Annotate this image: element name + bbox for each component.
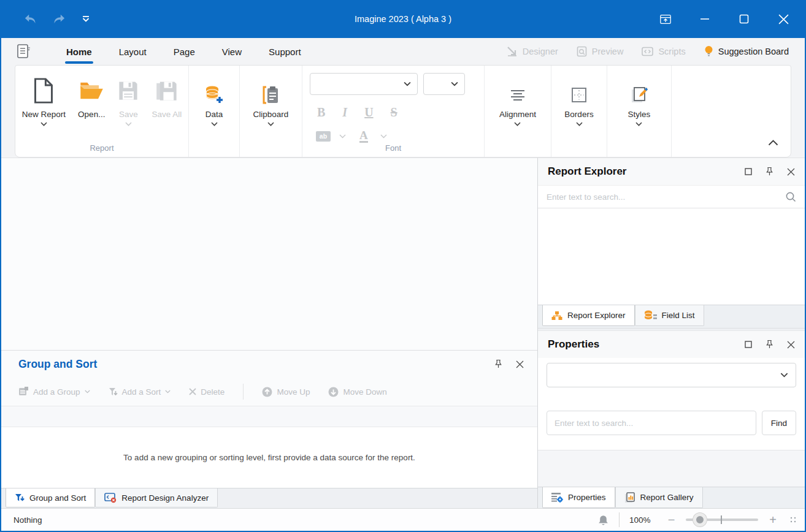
app-menu-button[interactable]	[16, 44, 31, 59]
view-mode-buttons: Designer Preview Scripts Suggestion Boar…	[507, 45, 805, 58]
chevron-down-icon	[451, 82, 458, 86]
chevron-down-icon	[40, 122, 47, 126]
group-and-sort-header: Group and Sort	[1, 351, 537, 378]
font-color-button[interactable]: A	[359, 129, 368, 143]
pin-icon[interactable]	[766, 340, 773, 349]
delete-button[interactable]: Delete	[189, 387, 225, 397]
alignment-icon	[510, 84, 526, 106]
notifications-bell-icon[interactable]	[597, 514, 609, 526]
preview-button[interactable]: Preview	[577, 46, 624, 57]
qat-customize-icon[interactable]	[82, 16, 90, 23]
resize-grip[interactable]	[790, 517, 796, 523]
tab-home[interactable]: Home	[55, 38, 103, 65]
styles-button[interactable]: Styles	[622, 83, 657, 127]
close-icon[interactable]	[516, 360, 524, 368]
tab-report-gallery[interactable]: Report Gallery	[615, 487, 703, 508]
move-down-button[interactable]: Move Down	[328, 387, 386, 397]
font-combo-row	[310, 73, 477, 95]
chevron-down-icon[interactable]	[380, 134, 387, 139]
properties-object-selector-zone	[538, 358, 805, 397]
move-up-button[interactable]: Move Up	[262, 387, 310, 397]
pin-icon[interactable]	[494, 359, 502, 369]
save-button[interactable]: Save	[111, 74, 145, 127]
properties-grid[interactable]	[538, 440, 805, 450]
zoom-in-button[interactable]: +	[767, 514, 779, 526]
find-button[interactable]: Find	[762, 411, 796, 435]
close-icon[interactable]	[787, 341, 795, 349]
preview-icon	[577, 46, 587, 57]
window-controls	[660, 13, 805, 25]
chevron-down-icon	[85, 390, 90, 393]
report-explorer-tree[interactable]	[538, 208, 805, 305]
tab-group-and-sort[interactable]: Group and Sort	[6, 488, 95, 507]
tab-report-explorer[interactable]: Report Explorer	[542, 305, 635, 326]
report-gallery-tab-icon	[624, 492, 635, 503]
designer-button[interactable]: Designer	[507, 47, 558, 56]
maximize-icon[interactable]	[739, 13, 750, 25]
ribbon-toggle-icon[interactable]	[660, 13, 671, 25]
open-button[interactable]: Open...	[72, 74, 111, 120]
suggestion-board-button[interactable]: Suggestion Board	[704, 45, 789, 58]
chevron-down-icon[interactable]	[339, 134, 346, 139]
search-input[interactable]	[547, 192, 785, 202]
tab-report-design-analyzer[interactable]: Report Design Analyzer	[95, 488, 218, 507]
report-explorer-search	[538, 185, 805, 208]
save-all-button[interactable]: Save All	[145, 74, 188, 120]
zoom-slider-thumb[interactable]	[693, 513, 707, 526]
report-explorer-header: Report Explorer	[538, 158, 805, 185]
tab-page[interactable]: Page	[163, 38, 206, 65]
clipboard-button[interactable]: Clipboard	[247, 83, 295, 127]
pin-icon[interactable]	[766, 167, 773, 177]
collapse-ribbon-button[interactable]	[768, 137, 778, 148]
chevron-down-icon	[211, 122, 218, 126]
bottom-dock-tabstrip: Group and Sort Report Design Analyzer	[1, 488, 537, 508]
properties-search-zone: Find	[538, 397, 805, 440]
panel-title: Report Explorer	[548, 165, 626, 178]
ribbon-tabs: Home Layout Page View Support	[55, 38, 312, 65]
status-message: Nothing	[13, 515, 42, 525]
move-up-icon	[262, 387, 272, 397]
maximize-panel-icon[interactable]	[745, 341, 752, 348]
ribbon-group-alignment: Alignment	[485, 66, 551, 157]
highlight-button[interactable]: ab	[316, 131, 331, 142]
close-icon[interactable]	[787, 168, 795, 176]
object-selector-combobox[interactable]	[547, 363, 796, 387]
ribbon-group-report: New Report Open... Save Save	[15, 66, 189, 157]
font-size-combobox[interactable]	[423, 73, 465, 95]
zoom-slider[interactable]	[686, 512, 758, 527]
chevron-down-icon	[267, 122, 274, 126]
scripts-button[interactable]: Scripts	[642, 47, 685, 56]
status-right: 100% − +	[597, 512, 796, 527]
open-folder-icon	[79, 75, 104, 106]
strikethrough-button[interactable]: S	[391, 105, 397, 120]
data-button[interactable]: Data	[198, 83, 230, 127]
zoom-out-button[interactable]: −	[666, 514, 678, 526]
tab-field-list[interactable]: Field List	[635, 305, 704, 326]
undo-icon[interactable]	[23, 13, 37, 25]
maximize-panel-icon[interactable]	[745, 168, 752, 175]
search-icon[interactable]	[785, 191, 796, 202]
ribbon-group-font: B I U S ab A Font	[302, 66, 485, 157]
add-group-button[interactable]: Add a Group	[18, 387, 90, 397]
minimize-icon[interactable]	[699, 13, 710, 25]
redo-icon[interactable]	[53, 13, 66, 25]
move-down-icon	[328, 387, 339, 397]
bold-button[interactable]: B	[317, 105, 325, 120]
underline-button[interactable]: U	[364, 105, 373, 120]
font-name-combobox[interactable]	[310, 73, 418, 95]
add-sort-button[interactable]: Add a Sort	[109, 387, 171, 397]
close-icon[interactable]	[778, 13, 789, 25]
properties-search-input[interactable]	[547, 411, 756, 435]
borders-button[interactable]: Borders	[558, 83, 599, 127]
tab-support[interactable]: Support	[258, 38, 312, 65]
ribbon-spacer	[672, 66, 791, 157]
tab-properties[interactable]: Properties	[542, 487, 615, 508]
alignment-button[interactable]: Alignment	[493, 83, 542, 127]
tab-layout[interactable]: Layout	[108, 38, 158, 65]
italic-button[interactable]: I	[342, 105, 347, 120]
design-surface[interactable]: Group and Sort Add a Group	[1, 158, 537, 508]
tab-view[interactable]: View	[211, 38, 253, 65]
new-report-button[interactable]: New Report	[16, 74, 72, 127]
ribbon-group-borders: Borders	[551, 66, 607, 157]
right-dock: Report Explorer	[537, 158, 805, 508]
